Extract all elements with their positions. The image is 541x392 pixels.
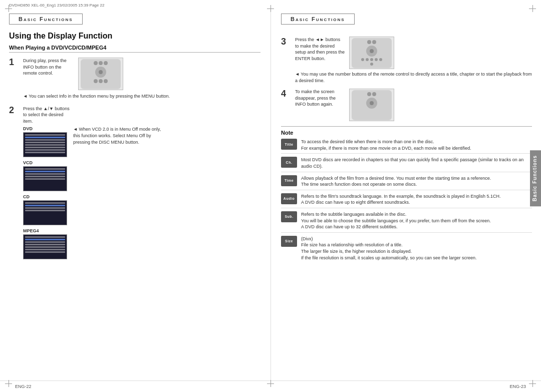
footer-left: ENG-22	[15, 384, 32, 389]
step-1: 1 During play, press the INFO button on …	[9, 58, 260, 100]
vcd-screen	[23, 166, 67, 191]
header-left: DVDHD850 XEL-00_Eng1 23/02/2005 15:39 Pa…	[9, 3, 104, 8]
remote-illustration-3	[352, 38, 392, 68]
r3-num5	[379, 58, 382, 61]
note-text-chapter: Most DVD discs are recorded in chapters …	[301, 157, 532, 169]
step-2-text: Press the ▲/▼ buttons to select the desi…	[23, 106, 73, 125]
note-row-size: Size (Divx) File size has a relationship…	[281, 236, 532, 263]
mpeg4-line-6	[25, 251, 65, 253]
r3-num6	[370, 63, 373, 66]
note-row-time: Time Allows playback of the film from a …	[281, 175, 532, 190]
mpeg4-line-4	[25, 246, 65, 248]
footer-right: ENG-23	[509, 384, 526, 389]
mpeg4-screen	[23, 234, 67, 259]
vcd-label: VCD	[23, 160, 67, 165]
remote-center-btn	[99, 70, 103, 74]
mpeg4-line-3	[25, 244, 65, 245]
vcd-line-3	[25, 176, 65, 177]
cd-line-3	[25, 210, 65, 211]
right-banner-text: Basic Functions	[291, 16, 345, 22]
vcd-screen-inner	[24, 167, 67, 191]
left-section-banner: Basic Functions	[9, 14, 83, 25]
remote4-top	[367, 92, 376, 96]
r4-btn2	[372, 92, 376, 96]
note-row-chapter: Ch. Most DVD discs are recorded in chapt…	[281, 157, 532, 172]
note-icon-subtitle: Sub.	[281, 211, 297, 222]
page-footer: ENG-22 ENG-23	[0, 380, 541, 392]
remote-illustration-4	[352, 90, 392, 120]
remote-illustration	[81, 59, 121, 89]
mpeg4-line-5	[25, 249, 65, 250]
page-container: DVDHD850 XEL-00_Eng1 23/02/2005 15:39 Pa…	[0, 0, 541, 392]
dvd-line-7	[25, 152, 65, 153]
step-2-number: 2	[9, 106, 20, 115]
dvd-line-3	[25, 142, 65, 143]
remote-btn-4	[94, 79, 98, 83]
step-2-note: ◄ When VCD 2.0 is in Menu Off mode only,…	[73, 126, 163, 259]
remote3-top	[367, 40, 376, 44]
dvd-line-1	[25, 134, 65, 136]
note-row-title: Title To access the desired title when t…	[281, 139, 532, 154]
mpeg4-line-highlight	[25, 239, 65, 240]
cd-screen-inner	[24, 201, 67, 225]
media-screens: DVD	[23, 126, 67, 259]
right-column: Basic Functions 3 Press the ◄► buttons t…	[270, 10, 532, 380]
remote-bottom-buttons	[94, 79, 108, 83]
note-icon-title: Title	[281, 139, 297, 150]
step-1-note: ◄ You can select Info in the function me…	[23, 93, 260, 100]
remote-btn-5	[99, 79, 103, 83]
r3-num2	[366, 58, 369, 61]
remote3-center	[370, 49, 374, 53]
step-2: 2 Press the ▲/▼ buttons to select the de…	[9, 106, 260, 260]
remote3-dpad	[366, 46, 377, 57]
remote-btn-3	[104, 61, 108, 65]
remote-dpad	[95, 67, 106, 78]
dvd-line-2	[25, 139, 65, 141]
step-1-number: 1	[9, 58, 20, 67]
cd-screen	[23, 200, 67, 225]
note-icon-chapter: Ch.	[281, 157, 297, 168]
remote4-dpad	[366, 98, 377, 109]
step-3-number: 3	[281, 37, 291, 47]
r4-btn1	[367, 92, 371, 96]
step-4-number: 4	[281, 89, 291, 99]
step-3-content: Press the ◄► buttons to make the desired…	[295, 37, 532, 84]
note-text-time: Allows playback of the film from a desir…	[301, 175, 532, 188]
dvd-line-highlight	[25, 137, 65, 138]
step-4-image	[349, 89, 394, 121]
step-1-text: During play, press the INFO button on th…	[23, 58, 73, 77]
step-3: 3 Press the ◄► buttons to make the desir…	[281, 37, 532, 84]
cd-line-highlight	[25, 205, 65, 206]
dvd-line-6	[25, 149, 65, 151]
step-3-text: Press the ◄► buttons to make the desired…	[295, 37, 345, 69]
mpeg4-screen-item: MPEG4	[23, 228, 67, 259]
mpeg4-line-2	[25, 241, 65, 243]
note-row-subtitle: Sub. Refers to the subtitle languages av…	[281, 211, 532, 233]
note-icon-size: Size	[281, 236, 297, 247]
dvd-screen	[23, 132, 67, 157]
left-column: Basic Functions Using the Display Functi…	[9, 10, 270, 380]
page-header: DVDHD850 XEL-00_Eng1 23/02/2005 15:39 Pa…	[0, 0, 541, 10]
remote-btn-2	[99, 61, 103, 65]
vcd-line-2	[25, 173, 65, 175]
step-4-content: To make the screen disappear, press the …	[295, 89, 532, 121]
r3-btn1	[367, 40, 371, 44]
mpeg4-line-1	[25, 236, 65, 238]
page-title: Using the Display Function	[9, 32, 260, 41]
vcd-line-highlight	[25, 171, 65, 172]
note-section: Note Title To access the desired title w…	[281, 126, 532, 263]
dvd-line-4	[25, 144, 65, 146]
note-icon-audio: Audio	[281, 193, 297, 204]
r3-num3	[370, 58, 373, 61]
vcd-line-1	[25, 168, 65, 170]
r3-num4	[375, 58, 378, 61]
note-text-audio: Refers to the film's soundtrack language…	[301, 193, 532, 206]
dvd-label: DVD	[23, 126, 67, 131]
vcd-screen-item: VCD	[23, 160, 67, 191]
r3-num1	[361, 58, 364, 61]
step-1-image	[78, 58, 123, 90]
note-icon-time: Time	[281, 175, 297, 186]
mpeg4-screen-inner	[24, 235, 67, 259]
dvd-screen-item: DVD	[23, 126, 67, 157]
cd-line-1	[25, 202, 65, 204]
